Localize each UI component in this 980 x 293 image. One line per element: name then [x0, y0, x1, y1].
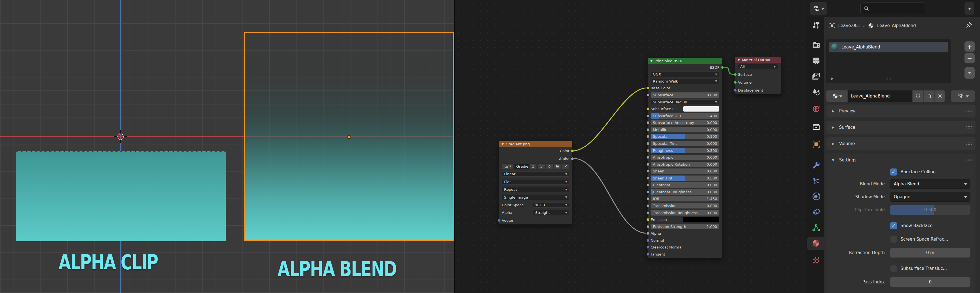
- tab-material[interactable]: [807, 237, 824, 250]
- node-value-slider[interactable]: Metallic0.000: [651, 127, 719, 132]
- node-value-slider[interactable]: Sheen0.000: [651, 169, 719, 174]
- copy-icon[interactable]: [546, 163, 553, 169]
- tab-object-data[interactable]: [808, 222, 824, 235]
- collapse-icon[interactable]: ▼: [650, 59, 652, 62]
- subsurface-translucency-checkbox[interactable]: Subsurface Transluc...: [890, 265, 947, 272]
- add-slot-button[interactable]: +: [964, 41, 975, 51]
- node-value-slider[interactable]: Anisotropic0.000: [651, 154, 719, 160]
- node-dropdown[interactable]: Straight▼: [533, 210, 570, 215]
- node-row-roughness[interactable]: Roughness0.500: [648, 147, 722, 154]
- node-value-slider[interactable]: Subsurface Anisotropy0.000: [651, 120, 719, 125]
- image-icon[interactable]: ▼: [502, 163, 514, 169]
- node-row-transmission[interactable]: Transmission0.000: [648, 202, 722, 209]
- node-row-ggx[interactable]: GGX▼: [648, 71, 722, 78]
- color-socket[interactable]: [571, 149, 574, 153]
- unlink-material-icon[interactable]: [934, 91, 945, 102]
- slot-specials-button[interactable]: ▼: [964, 67, 975, 79]
- node-row-clearcoat-roughness[interactable]: Clearcoat Roughness0.030: [648, 188, 722, 196]
- fake-user-shield-icon[interactable]: [537, 163, 545, 169]
- node-row-sheen-tint[interactable]: Sheen Tint0.500: [648, 175, 722, 182]
- node-row-surface[interactable]: Surface: [735, 71, 781, 79]
- value-socket[interactable]: [646, 135, 649, 138]
- node-row-subsurface-c-[interactable]: Subsurface C...: [648, 105, 722, 112]
- value-socket[interactable]: [646, 177, 649, 180]
- value-socket[interactable]: [646, 115, 649, 118]
- node-image-texture[interactable]: ▼ Gradient.pngColorAlpha ▼ Gradient.png …: [499, 140, 573, 225]
- node-row-ior[interactable]: IOR1.450: [648, 196, 722, 202]
- value-socket[interactable]: [646, 170, 649, 173]
- node-row-color[interactable]: Color: [499, 147, 572, 154]
- value-socket[interactable]: [646, 94, 649, 97]
- node-row-anisotropic-rotation[interactable]: Anisotropic Rotation0.000: [648, 161, 722, 168]
- node-row-clearcoat-normal[interactable]: Clearcoat Normal: [648, 244, 722, 251]
- node-row-repeat[interactable]: Repeat▼: [499, 186, 572, 193]
- tab-collection[interactable]: [808, 121, 824, 134]
- value-socket[interactable]: [646, 142, 649, 145]
- node-row-metallic[interactable]: Metallic0.000: [648, 126, 722, 133]
- value-socket[interactable]: [646, 204, 649, 207]
- tab-output[interactable]: [808, 55, 824, 68]
- shader-socket[interactable]: [734, 81, 737, 84]
- node-dropdown[interactable]: All▼: [738, 64, 778, 69]
- node-header-image-texture[interactable]: ▼ Gradient.png: [499, 141, 572, 147]
- remove-slot-button[interactable]: −: [964, 53, 975, 64]
- color-socket[interactable]: [646, 86, 649, 89]
- clip-threshold-slider[interactable]: 0.500: [890, 205, 970, 215]
- editor-type-button[interactable]: ▼: [810, 2, 827, 14]
- material-slot-list[interactable]: Leave_AlphaBlend ▶ ∷∷: [826, 39, 951, 83]
- node-dropdown[interactable]: Subsurface Radius▼: [651, 99, 719, 105]
- browse-material-button[interactable]: ▼: [826, 91, 848, 102]
- value-socket[interactable]: [646, 232, 649, 235]
- tab-constraints[interactable]: [808, 206, 824, 219]
- node-row-specular[interactable]: Specular0.500: [648, 133, 722, 140]
- node-row-color-space[interactable]: Color Space sRGB▼: [499, 201, 572, 209]
- node-value-slider[interactable]: Specular0.500: [651, 134, 719, 139]
- value-socket[interactable]: [646, 163, 649, 166]
- search-box[interactable]: [860, 3, 925, 14]
- node-row-sheen[interactable]: Sheen0.000: [648, 168, 722, 175]
- color-swatch[interactable]: [683, 217, 719, 223]
- value-socket[interactable]: [646, 128, 649, 131]
- node-row-random-walk[interactable]: Random Walk▼: [648, 78, 722, 85]
- node-row-flat[interactable]: Flat▼: [499, 178, 572, 186]
- node-row-alpha[interactable]: Alpha Straight▼: [499, 209, 572, 217]
- panel-header-surface[interactable]: ▶ Surface ∷∷: [826, 121, 975, 134]
- new-material-copy-icon[interactable]: [923, 91, 934, 102]
- node-row-all[interactable]: All▼: [735, 63, 781, 71]
- node-value-slider[interactable]: Clearcoat0.000: [651, 182, 719, 188]
- filter-expand-icon[interactable]: ▶: [831, 76, 834, 81]
- shadow-mode-select[interactable]: Opaque▼: [890, 192, 970, 202]
- value-socket[interactable]: [646, 190, 649, 194]
- node-row-linear[interactable]: Linear▼: [499, 170, 572, 178]
- node-value-slider[interactable]: Anisotropic Rotation0.000: [651, 162, 719, 167]
- panel-header-settings[interactable]: ▼ Settings ∷∷: [826, 154, 975, 167]
- node-row-subsurface-radius[interactable]: Subsurface Radius▼: [648, 99, 722, 106]
- node-row-single-image[interactable]: Single Image▼: [499, 193, 572, 201]
- vector-socket[interactable]: [498, 219, 501, 222]
- panel-drag-grip[interactable]: ∷∷: [966, 141, 972, 146]
- tab-render[interactable]: [808, 39, 824, 52]
- collapse-icon[interactable]: ▼: [501, 143, 504, 146]
- breadcrumb-object[interactable]: Leave.001: [838, 23, 860, 28]
- node-row-displacement[interactable]: Displacement: [735, 86, 781, 94]
- tab-physics[interactable]: [808, 190, 824, 203]
- vector-socket[interactable]: [646, 246, 649, 249]
- node-row-subsurface-anisotropy[interactable]: Subsurface Anisotropy0.000: [648, 119, 722, 126]
- node-material-output[interactable]: ▼ Material Output All▼SurfaceVolumeDispl…: [735, 56, 781, 94]
- panel-header-preview[interactable]: ▶ Preview ∷∷: [826, 105, 975, 118]
- node-row-volume[interactable]: Volume: [735, 79, 781, 86]
- node-dropdown[interactable]: Linear▼: [502, 171, 570, 177]
- users-count-button[interactable]: 3: [530, 163, 537, 169]
- search-input[interactable]: [870, 6, 916, 11]
- tab-texture[interactable]: [808, 254, 824, 267]
- shader-socket[interactable]: [721, 66, 724, 69]
- node-value-slider[interactable]: Clearcoat Roughness0.030: [651, 189, 719, 195]
- value-socket[interactable]: [646, 225, 649, 228]
- node-dropdown[interactable]: Random Walk▼: [651, 79, 719, 84]
- value-socket[interactable]: [646, 121, 649, 124]
- node-header-principled-bsdf[interactable]: ▼ Principled BSDF: [648, 58, 722, 64]
- value-socket[interactable]: [646, 149, 649, 152]
- screen-space-refraction-checkbox[interactable]: Screen Space Refrac...: [890, 236, 948, 243]
- color-socket[interactable]: [646, 107, 649, 110]
- node-value-slider[interactable]: Subsurface0.000: [651, 92, 719, 98]
